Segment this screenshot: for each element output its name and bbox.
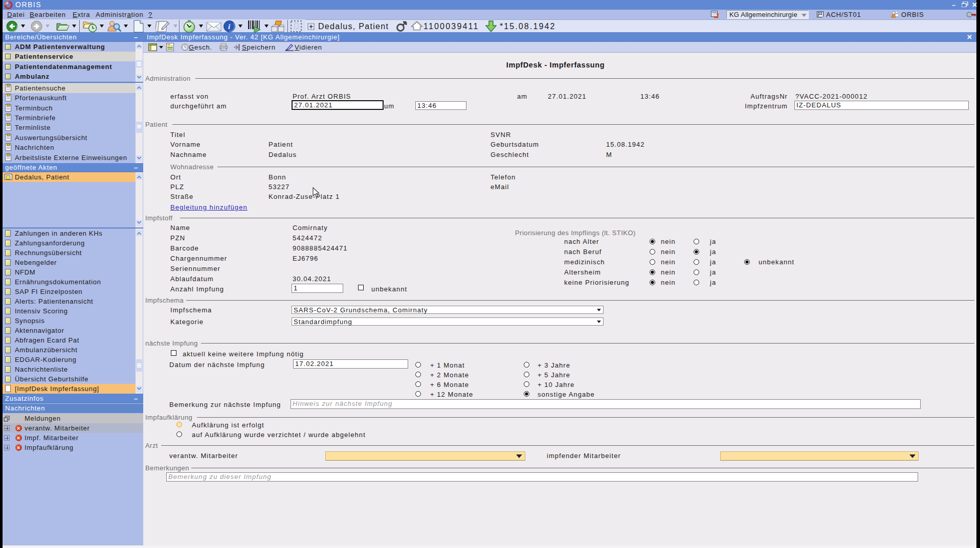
svg-text:i: i — [228, 22, 231, 31]
